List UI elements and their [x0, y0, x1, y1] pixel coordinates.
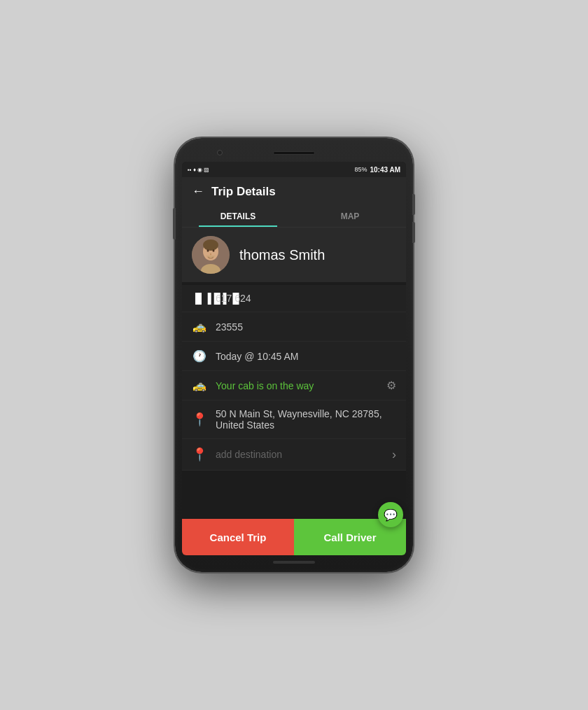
header: ← Trip Details [182, 177, 406, 206]
status-left-icons: ▪▪ ♦ ◉ ▨ [188, 167, 209, 173]
car-id: 23555 [216, 321, 243, 333]
clock-icon: 🕐 [192, 349, 207, 363]
page-title: Trip Details [211, 185, 276, 199]
status-bar: ▪▪ ♦ ◉ ▨ 85% 10:43 AM [182, 162, 406, 177]
content-area: thomas Smith ▐▌▐▐▌▌▐▌ 617 624 🚕 23555 🕐 … [182, 228, 406, 519]
status-left: 🚕 Your cab is on the way [192, 379, 314, 392]
chat-icon: 💬 [384, 508, 398, 522]
tab-bar: DETAILS MAP [182, 206, 406, 228]
destination-placeholder: add destination [216, 449, 282, 460]
tab-map[interactable]: MAP [294, 206, 406, 227]
notification-icons: ▪▪ ♦ ◉ ▨ [188, 167, 209, 173]
trip-time: Today @ 10:45 AM [216, 351, 299, 362]
volume-down-button[interactable] [412, 222, 415, 243]
tab-details[interactable]: DETAILS [182, 206, 294, 227]
phone-screen: ▪▪ ♦ ◉ ▨ 85% 10:43 AM ← Trip Details DET… [182, 162, 406, 555]
action-buttons: Cancel Trip Call Driver [182, 519, 406, 555]
barcode-icon: ▐▌▐▐▌▌▐▌ [192, 293, 207, 304]
earpiece-speaker [273, 151, 315, 155]
svg-point-4 [207, 249, 209, 252]
cab-status-icon: 🚕 [192, 379, 207, 392]
destination-pin-icon: 📍 [192, 447, 207, 462]
car-icon: 🚕 [192, 320, 207, 333]
battery-indicator: 85% [354, 166, 367, 173]
phone-top-bar [182, 146, 406, 159]
car-id-row: 🚕 23555 [182, 312, 406, 342]
destination-left: 📍 add destination [192, 447, 282, 462]
back-button[interactable]: ← [192, 184, 204, 199]
barcode-row: ▐▌▐▐▌▌▐▌ 617 624 [182, 285, 406, 312]
settings-icon[interactable]: ⚙ [386, 379, 396, 392]
volume-up-button[interactable] [412, 194, 415, 215]
driver-name: thomas Smith [239, 247, 325, 263]
pickup-pin-icon: 📍 [192, 412, 207, 427]
home-indicator [273, 561, 315, 564]
phone-frame: ▪▪ ♦ ◉ ▨ 85% 10:43 AM ← Trip Details DET… [175, 138, 413, 572]
phone-bottom-bar [182, 561, 406, 564]
status-row: 🚕 Your cab is on the way ⚙ [182, 371, 406, 401]
chevron-right-icon: › [392, 447, 396, 462]
pickup-row: 📍 50 N Main St, Waynesville, NC 28785, U… [182, 401, 406, 439]
trip-id: 617 624 [216, 293, 251, 304]
trip-status: Your cab is on the way [216, 380, 314, 391]
pickup-address: 50 N Main St, Waynesville, NC 28785, Uni… [216, 408, 396, 431]
svg-point-5 [213, 249, 215, 252]
status-right-info: 85% 10:43 AM [354, 166, 400, 174]
time-row: 🕐 Today @ 10:45 AM [182, 342, 406, 371]
svg-point-2 [203, 239, 218, 251]
destination-row[interactable]: 📍 add destination › [182, 439, 406, 471]
svg-point-6 [210, 253, 211, 256]
chat-fab-button[interactable]: 💬 [378, 502, 403, 527]
driver-section: thomas Smith [182, 228, 406, 282]
status-time: 10:43 AM [370, 166, 400, 174]
front-camera [217, 150, 223, 155]
avatar [192, 236, 230, 274]
power-button[interactable] [173, 208, 176, 239]
cancel-trip-button[interactable]: Cancel Trip [182, 519, 294, 555]
